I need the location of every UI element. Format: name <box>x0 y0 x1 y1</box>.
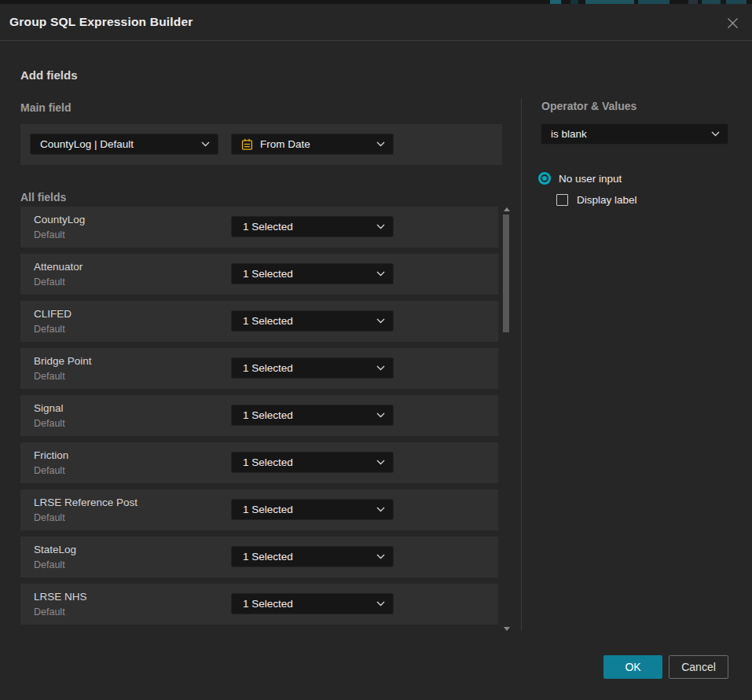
field-subtitle: Default <box>34 277 65 288</box>
main-field-dropdown[interactable]: From Date <box>231 134 394 155</box>
field-name: Friction <box>34 449 68 461</box>
chevron-down-icon <box>376 412 385 418</box>
chevron-down-icon <box>376 365 385 371</box>
field-row: CountyLog Default 1 Selected <box>20 207 498 247</box>
field-subtitle: Default <box>34 324 65 335</box>
field-name: Attenuator <box>34 261 83 273</box>
field-selected-dropdown[interactable]: 1 Selected <box>231 499 394 520</box>
group-sql-expression-builder-dialog: Group SQL Expression Builder Add fields … <box>0 4 752 700</box>
scrollbar-down-arrow[interactable] <box>504 627 510 631</box>
display-label-option[interactable]: Display label <box>556 194 637 206</box>
field-selected-dropdown[interactable]: 1 Selected <box>231 593 394 614</box>
field-selected-dropdown-value: 1 Selected <box>243 598 370 610</box>
field-selected-dropdown-value: 1 Selected <box>243 456 370 468</box>
field-subtitle: Default <box>34 512 65 523</box>
main-layer-dropdown[interactable]: CountyLog | Default <box>30 134 218 155</box>
field-name: Signal <box>34 402 64 414</box>
add-fields-heading: Add fields <box>20 68 78 82</box>
field-subtitle: Default <box>34 371 65 382</box>
main-field-panel: CountyLog | Default From Date <box>20 124 502 165</box>
field-subtitle: Default <box>34 418 65 429</box>
field-row: CLIFED Default 1 Selected <box>20 301 498 342</box>
field-subtitle: Default <box>34 559 65 570</box>
dialog-header: Group SQL Expression Builder <box>0 4 752 41</box>
field-row: Friction Default 1 Selected <box>20 442 498 483</box>
field-row: Bridge Point Default 1 Selected <box>20 348 498 389</box>
field-name: LRSE Reference Post <box>34 497 138 508</box>
no-user-input-label: No user input <box>559 173 622 185</box>
field-selected-dropdown[interactable]: 1 Selected <box>231 357 394 379</box>
operator-dropdown[interactable]: is blank <box>541 123 728 145</box>
vertical-divider <box>521 98 522 631</box>
field-row: LRSE NHS Default 1 Selected <box>20 584 498 625</box>
close-button[interactable] <box>724 15 740 31</box>
main-layer-dropdown-value: CountyLog | Default <box>40 138 195 150</box>
field-selected-dropdown[interactable]: 1 Selected <box>231 452 394 473</box>
field-row: Signal Default 1 Selected <box>20 395 498 436</box>
chevron-down-icon <box>376 141 385 147</box>
chevron-down-icon <box>376 601 385 607</box>
field-selected-dropdown-value: 1 Selected <box>243 551 370 563</box>
field-name: CountyLog <box>34 214 85 225</box>
scrollbar-up-arrow[interactable] <box>504 207 510 211</box>
all-fields-list: CountyLog Default 1 Selected Attenuator … <box>20 207 498 625</box>
display-label-label: Display label <box>577 194 637 206</box>
main-field-label: Main field <box>20 101 72 114</box>
field-name: StateLog <box>34 544 76 555</box>
ok-button[interactable]: OK <box>603 655 662 679</box>
all-fields-label: All fields <box>20 191 66 203</box>
field-selected-dropdown-value: 1 Selected <box>243 362 370 374</box>
operator-dropdown-value: is blank <box>551 128 705 140</box>
field-subtitle: Default <box>34 465 65 476</box>
scrollbar-thumb[interactable] <box>503 214 509 332</box>
field-row: LRSE Reference Post Default 1 Selected <box>20 489 498 530</box>
field-selected-dropdown[interactable]: 1 Selected <box>231 546 394 567</box>
chevron-down-icon <box>376 318 385 324</box>
field-selected-dropdown[interactable]: 1 Selected <box>231 263 394 284</box>
chevron-down-icon <box>376 271 385 277</box>
dialog-title: Group SQL Expression Builder <box>9 15 193 29</box>
chevron-down-icon <box>376 507 385 512</box>
close-icon <box>727 17 739 29</box>
chevron-down-icon <box>201 141 210 147</box>
cancel-button[interactable]: Cancel <box>669 655 728 679</box>
calendar-icon <box>241 138 253 151</box>
field-row: Attenuator Default 1 Selected <box>20 254 498 295</box>
field-selected-dropdown-value: 1 Selected <box>243 315 370 327</box>
radio-icon[interactable] <box>538 172 551 185</box>
field-selected-dropdown-value: 1 Selected <box>243 504 370 515</box>
field-selected-dropdown-value: 1 Selected <box>243 221 370 233</box>
field-selected-dropdown[interactable]: 1 Selected <box>231 310 394 332</box>
chevron-down-icon <box>376 460 385 465</box>
field-selected-dropdown[interactable]: 1 Selected <box>231 216 394 237</box>
main-field-dropdown-value: From Date <box>260 138 370 150</box>
field-selected-dropdown-value: 1 Selected <box>243 268 370 280</box>
field-name: CLIFED <box>34 308 72 320</box>
field-name: LRSE NHS <box>34 591 87 603</box>
field-subtitle: Default <box>34 607 65 618</box>
field-selected-dropdown[interactable]: 1 Selected <box>231 405 394 426</box>
chevron-down-icon <box>711 131 720 137</box>
field-name: Bridge Point <box>34 355 92 367</box>
field-subtitle: Default <box>34 229 65 240</box>
no-user-input-option[interactable]: No user input <box>538 172 622 185</box>
field-selected-dropdown-value: 1 Selected <box>243 409 370 421</box>
chevron-down-icon <box>376 554 385 559</box>
chevron-down-icon <box>376 224 385 229</box>
operator-values-label: Operator & Values <box>541 100 636 112</box>
checkbox-icon[interactable] <box>556 194 568 206</box>
field-row: StateLog Default 1 Selected <box>20 537 498 577</box>
